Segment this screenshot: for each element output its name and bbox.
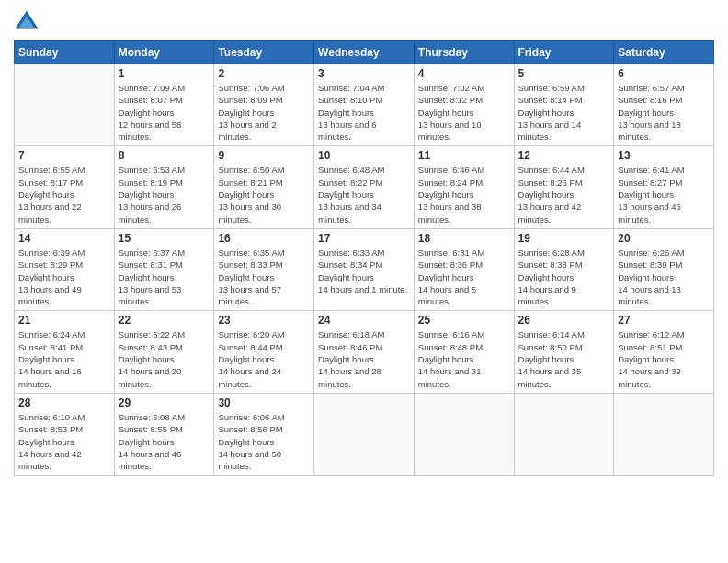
day-info: Sunrise: 6:16 AMSunset: 8:48 PMDaylight … <box>418 328 510 389</box>
day-info: Sunrise: 6:18 AMSunset: 8:46 PMDaylight … <box>318 328 410 389</box>
day-number: 27 <box>618 314 710 327</box>
day-info: Sunrise: 6:35 AMSunset: 8:33 PMDaylight … <box>218 247 310 307</box>
page: SundayMondayTuesdayWednesdayThursdayFrid… <box>0 0 728 563</box>
day-info: Sunrise: 6:39 AMSunset: 8:29 PMDaylight … <box>18 247 110 307</box>
day-number: 20 <box>618 232 710 245</box>
calendar-week-row: 21Sunrise: 6:24 AMSunset: 8:41 PMDayligh… <box>15 311 714 393</box>
day-number: 25 <box>418 314 510 327</box>
day-number: 6 <box>618 67 710 80</box>
day-number: 30 <box>218 396 310 409</box>
day-number: 9 <box>218 149 310 162</box>
day-number: 3 <box>318 67 410 80</box>
calendar-cell: 3Sunrise: 7:04 AMSunset: 8:10 PMDaylight… <box>314 64 415 146</box>
day-number: 1 <box>119 67 210 80</box>
calendar-cell: 16Sunrise: 6:35 AMSunset: 8:33 PMDayligh… <box>214 228 314 310</box>
calendar-cell: 10Sunrise: 6:48 AMSunset: 8:22 PMDayligh… <box>314 146 415 228</box>
calendar-cell: 7Sunrise: 6:55 AMSunset: 8:17 PMDaylight… <box>15 146 115 228</box>
weekday-header-thursday: Thursday <box>414 41 514 64</box>
day-info: Sunrise: 6:46 AMSunset: 8:24 PMDaylight … <box>418 164 510 224</box>
calendar-cell <box>514 393 614 475</box>
calendar-cell: 23Sunrise: 6:20 AMSunset: 8:44 PMDayligh… <box>214 311 314 393</box>
day-number: 13 <box>618 149 710 162</box>
calendar-cell: 18Sunrise: 6:31 AMSunset: 8:36 PMDayligh… <box>414 228 514 310</box>
day-info: Sunrise: 6:31 AMSunset: 8:36 PMDaylight … <box>418 247 510 307</box>
calendar-cell <box>15 64 115 146</box>
day-number: 8 <box>119 149 210 162</box>
day-info: Sunrise: 6:24 AMSunset: 8:41 PMDaylight … <box>18 328 110 389</box>
calendar-cell: 21Sunrise: 6:24 AMSunset: 8:41 PMDayligh… <box>15 311 115 393</box>
calendar-cell: 17Sunrise: 6:33 AMSunset: 8:34 PMDayligh… <box>314 228 415 310</box>
day-info: Sunrise: 6:06 AMSunset: 8:56 PMDaylight … <box>218 411 310 472</box>
calendar-cell: 26Sunrise: 6:14 AMSunset: 8:50 PMDayligh… <box>514 311 614 393</box>
weekday-header-row: SundayMondayTuesdayWednesdayThursdayFrid… <box>15 41 714 64</box>
day-number: 26 <box>518 314 610 327</box>
day-info: Sunrise: 7:02 AMSunset: 8:12 PMDaylight … <box>418 82 510 143</box>
calendar-cell: 14Sunrise: 6:39 AMSunset: 8:29 PMDayligh… <box>15 228 115 310</box>
day-info: Sunrise: 7:06 AMSunset: 8:09 PMDaylight … <box>218 82 310 143</box>
day-number: 15 <box>119 232 210 245</box>
day-info: Sunrise: 6:28 AMSunset: 8:38 PMDaylight … <box>518 247 610 307</box>
day-info: Sunrise: 6:22 AMSunset: 8:43 PMDaylight … <box>119 328 210 389</box>
calendar-cell <box>314 393 415 475</box>
calendar-cell: 9Sunrise: 6:50 AMSunset: 8:21 PMDaylight… <box>214 146 314 228</box>
day-info: Sunrise: 6:10 AMSunset: 8:53 PMDaylight … <box>18 411 110 472</box>
calendar-cell: 13Sunrise: 6:41 AMSunset: 8:27 PMDayligh… <box>614 146 714 228</box>
day-info: Sunrise: 6:14 AMSunset: 8:50 PMDaylight … <box>518 328 610 389</box>
calendar-cell <box>414 393 514 475</box>
day-info: Sunrise: 6:48 AMSunset: 8:22 PMDaylight … <box>318 164 410 224</box>
day-number: 22 <box>119 314 210 327</box>
calendar-cell: 15Sunrise: 6:37 AMSunset: 8:31 PMDayligh… <box>114 228 214 310</box>
day-info: Sunrise: 7:09 AMSunset: 8:07 PMDaylight … <box>119 82 210 143</box>
calendar-cell: 25Sunrise: 6:16 AMSunset: 8:48 PMDayligh… <box>414 311 514 393</box>
day-number: 14 <box>18 232 110 245</box>
day-info: Sunrise: 6:41 AMSunset: 8:27 PMDaylight … <box>618 164 710 224</box>
day-info: Sunrise: 6:37 AMSunset: 8:31 PMDaylight … <box>119 247 210 307</box>
day-number: 21 <box>18 314 110 327</box>
calendar-cell: 2Sunrise: 7:06 AMSunset: 8:09 PMDaylight… <box>214 64 314 146</box>
day-number: 11 <box>418 149 510 162</box>
calendar-cell: 6Sunrise: 6:57 AMSunset: 8:16 PMDaylight… <box>614 64 714 146</box>
day-info: Sunrise: 6:12 AMSunset: 8:51 PMDaylight … <box>618 328 710 389</box>
calendar-week-row: 28Sunrise: 6:10 AMSunset: 8:53 PMDayligh… <box>15 393 714 475</box>
day-info: Sunrise: 6:50 AMSunset: 8:21 PMDaylight … <box>218 164 310 224</box>
day-number: 12 <box>518 149 610 162</box>
weekday-header-saturday: Saturday <box>614 41 714 64</box>
calendar-cell: 8Sunrise: 6:53 AMSunset: 8:19 PMDaylight… <box>114 146 214 228</box>
day-number: 7 <box>18 149 110 162</box>
day-number: 5 <box>518 67 610 80</box>
day-number: 19 <box>518 232 610 245</box>
weekday-header-friday: Friday <box>514 41 614 64</box>
day-info: Sunrise: 6:08 AMSunset: 8:55 PMDaylight … <box>119 411 210 472</box>
calendar-cell: 22Sunrise: 6:22 AMSunset: 8:43 PMDayligh… <box>114 311 214 393</box>
day-info: Sunrise: 6:26 AMSunset: 8:39 PMDaylight … <box>618 247 710 307</box>
calendar-cell: 12Sunrise: 6:44 AMSunset: 8:26 PMDayligh… <box>514 146 614 228</box>
calendar-week-row: 7Sunrise: 6:55 AMSunset: 8:17 PMDaylight… <box>15 146 714 228</box>
weekday-header-wednesday: Wednesday <box>314 41 415 64</box>
calendar-cell: 30Sunrise: 6:06 AMSunset: 8:56 PMDayligh… <box>214 393 314 475</box>
day-info: Sunrise: 7:04 AMSunset: 8:10 PMDaylight … <box>318 82 410 143</box>
day-number: 16 <box>218 232 310 245</box>
calendar-table: SundayMondayTuesdayWednesdayThursdayFrid… <box>14 40 714 476</box>
weekday-header-monday: Monday <box>114 41 214 64</box>
calendar-cell: 29Sunrise: 6:08 AMSunset: 8:55 PMDayligh… <box>114 393 214 475</box>
logo-icon <box>14 9 40 35</box>
calendar-cell: 4Sunrise: 7:02 AMSunset: 8:12 PMDaylight… <box>414 64 514 146</box>
calendar-cell: 20Sunrise: 6:26 AMSunset: 8:39 PMDayligh… <box>614 228 714 310</box>
day-number: 23 <box>218 314 310 327</box>
day-number: 10 <box>318 149 410 162</box>
day-info: Sunrise: 6:59 AMSunset: 8:14 PMDaylight … <box>518 82 610 143</box>
day-number: 18 <box>418 232 510 245</box>
weekday-header-tuesday: Tuesday <box>214 41 314 64</box>
day-number: 28 <box>18 396 110 409</box>
day-info: Sunrise: 6:57 AMSunset: 8:16 PMDaylight … <box>618 82 710 143</box>
day-info: Sunrise: 6:55 AMSunset: 8:17 PMDaylight … <box>18 164 110 224</box>
day-info: Sunrise: 6:33 AMSunset: 8:34 PMDaylight … <box>318 247 410 295</box>
day-number: 24 <box>318 314 410 327</box>
day-number: 2 <box>218 67 310 80</box>
header <box>14 9 714 35</box>
calendar-cell: 5Sunrise: 6:59 AMSunset: 8:14 PMDaylight… <box>514 64 614 146</box>
day-info: Sunrise: 6:44 AMSunset: 8:26 PMDaylight … <box>518 164 610 224</box>
day-number: 4 <box>418 67 510 80</box>
calendar-week-row: 1Sunrise: 7:09 AMSunset: 8:07 PMDaylight… <box>15 64 714 146</box>
calendar-cell: 28Sunrise: 6:10 AMSunset: 8:53 PMDayligh… <box>15 393 115 475</box>
